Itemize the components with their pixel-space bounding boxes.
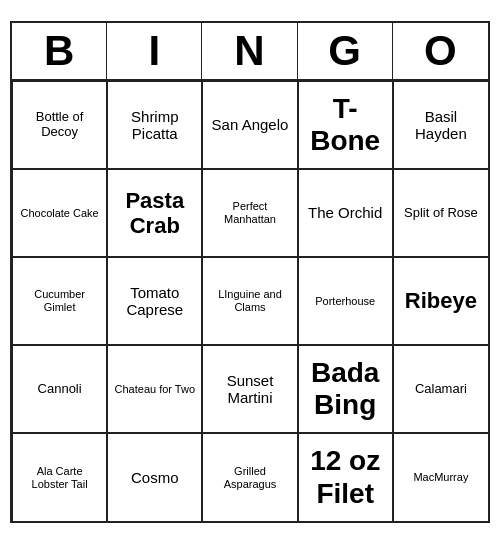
bingo-cell: Cucumber Gimlet xyxy=(12,257,107,345)
cell-text: Ribeye xyxy=(405,288,477,313)
cell-text: Porterhouse xyxy=(315,295,375,308)
bingo-cell: Cannoli xyxy=(12,345,107,433)
cell-text: Sunset Martini xyxy=(207,372,292,407)
cell-text: 12 oz Filet xyxy=(303,445,388,509)
bingo-cell: San Angelo xyxy=(202,81,297,169)
cell-text: Basil Hayden xyxy=(398,108,484,143)
bingo-cell: Cosmo xyxy=(107,433,202,521)
cell-text: Chocolate Cake xyxy=(20,207,98,220)
cell-text: Split of Rose xyxy=(404,206,478,221)
bingo-cell: Sunset Martini xyxy=(202,345,297,433)
cell-text: T-Bone xyxy=(303,93,388,157)
bingo-cell: Perfect Manhattan xyxy=(202,169,297,257)
bingo-cell: Calamari xyxy=(393,345,488,433)
cell-text: Shrimp Picatta xyxy=(112,108,197,143)
header-letter: B xyxy=(12,23,107,79)
header-letter: G xyxy=(298,23,393,79)
cell-text: MacMurray xyxy=(413,471,468,484)
cell-text: Cannoli xyxy=(38,382,82,397)
bingo-grid: Bottle of DecoyShrimp PicattaSan AngeloT… xyxy=(12,81,488,521)
header-letter: I xyxy=(107,23,202,79)
cell-text: Pasta Crab xyxy=(112,188,197,239)
bingo-cell: Ala Carte Lobster Tail xyxy=(12,433,107,521)
cell-text: Bottle of Decoy xyxy=(17,110,102,140)
bingo-cell: Shrimp Picatta xyxy=(107,81,202,169)
bingo-cell: Pasta Crab xyxy=(107,169,202,257)
bingo-cell: Basil Hayden xyxy=(393,81,488,169)
cell-text: Chateau for Two xyxy=(115,383,196,396)
cell-text: Cosmo xyxy=(131,469,179,486)
bingo-cell: Ribeye xyxy=(393,257,488,345)
bingo-cell: Chocolate Cake xyxy=(12,169,107,257)
cell-text: Tomato Caprese xyxy=(112,284,197,319)
cell-text: LInguine and Clams xyxy=(207,288,292,313)
cell-text: The Orchid xyxy=(308,204,382,221)
bingo-card: BINGO Bottle of DecoyShrimp PicattaSan A… xyxy=(10,21,490,523)
bingo-cell: Tomato Caprese xyxy=(107,257,202,345)
cell-text: Perfect Manhattan xyxy=(207,200,292,225)
bingo-cell: 12 oz Filet xyxy=(298,433,393,521)
bingo-cell: The Orchid xyxy=(298,169,393,257)
bingo-cell: Bada Bing xyxy=(298,345,393,433)
cell-text: Grilled Asparagus xyxy=(207,465,292,490)
bingo-header: BINGO xyxy=(12,23,488,81)
bingo-cell: MacMurray xyxy=(393,433,488,521)
bingo-cell: Grilled Asparagus xyxy=(202,433,297,521)
bingo-cell: Split of Rose xyxy=(393,169,488,257)
cell-text: Ala Carte Lobster Tail xyxy=(17,465,102,490)
header-letter: O xyxy=(393,23,488,79)
bingo-cell: Porterhouse xyxy=(298,257,393,345)
cell-text: Cucumber Gimlet xyxy=(17,288,102,313)
cell-text: Calamari xyxy=(415,382,467,397)
bingo-cell: LInguine and Clams xyxy=(202,257,297,345)
cell-text: Bada Bing xyxy=(303,357,388,421)
header-letter: N xyxy=(202,23,297,79)
bingo-cell: Chateau for Two xyxy=(107,345,202,433)
bingo-cell: T-Bone xyxy=(298,81,393,169)
bingo-cell: Bottle of Decoy xyxy=(12,81,107,169)
cell-text: San Angelo xyxy=(212,116,289,133)
